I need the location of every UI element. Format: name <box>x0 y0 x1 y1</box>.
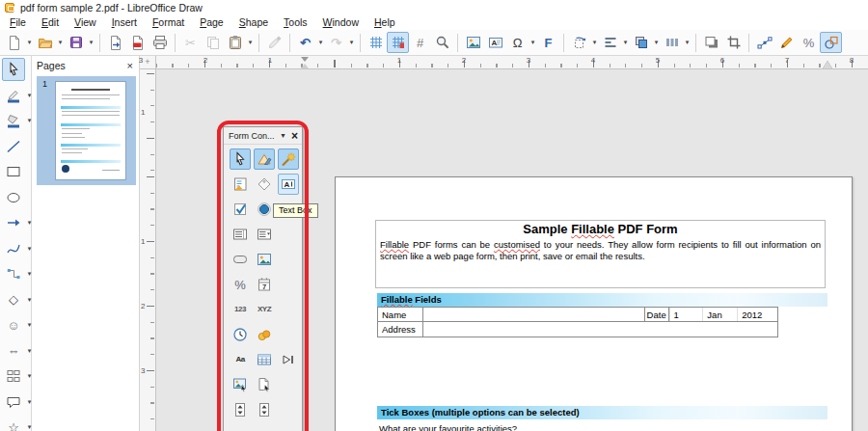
date-month-field[interactable]: Jan <box>702 308 737 321</box>
design-mode-button[interactable] <box>254 148 275 170</box>
connectors-button[interactable] <box>2 262 25 285</box>
horizontal-ruler[interactable]: 32112345678 <box>156 56 868 69</box>
ruler-indent-marker[interactable] <box>301 57 310 68</box>
arrange-button[interactable] <box>630 32 652 53</box>
undo-button[interactable]: ↶ <box>294 32 316 53</box>
open-button[interactable] <box>34 32 56 53</box>
save-dropdown-arrow[interactable]: ▾ <box>87 39 95 46</box>
cut-button[interactable]: ✂ <box>179 32 202 53</box>
push-button-button[interactable] <box>230 249 251 270</box>
clone-formatting-button[interactable] <box>263 32 285 53</box>
transformations-dropdown-arrow[interactable]: ▾ <box>590 39 599 46</box>
flowchart-button[interactable] <box>2 364 25 388</box>
numerical-field-button[interactable]: 123 <box>230 299 251 320</box>
distribute-selection-button[interactable] <box>661 32 683 53</box>
export-button[interactable] <box>104 32 126 53</box>
form-controls-close-icon[interactable]: × <box>291 131 298 141</box>
copy-button[interactable] <box>202 32 224 53</box>
open-dropdown-arrow[interactable]: ▾ <box>56 39 65 46</box>
undo-dropdown-arrow[interactable]: ▾ <box>316 39 325 46</box>
print-button[interactable] <box>149 32 171 53</box>
insert-fontwork-button[interactable]: F <box>537 32 559 53</box>
curves-and-polygons-button[interactable] <box>2 237 25 260</box>
date-year-field[interactable]: 2012 <box>737 308 777 321</box>
insert-special-character-button[interactable]: Ω <box>506 32 529 53</box>
shadow-button[interactable] <box>700 32 722 53</box>
export-as-pdf-button[interactable] <box>126 32 149 53</box>
vertical-ruler[interactable]: 11234 <box>140 69 156 431</box>
select-button[interactable] <box>2 58 25 81</box>
time-field-button[interactable] <box>230 324 251 345</box>
block-arrows-button[interactable]: ⇔ <box>2 339 25 363</box>
menu-help[interactable]: Help <box>366 15 403 30</box>
control-properties-button[interactable] <box>230 174 251 195</box>
redo-button[interactable]: ↷ <box>325 32 347 53</box>
toggle-form-control-wizards-button[interactable] <box>278 148 299 170</box>
form-controls-menu-icon[interactable]: ▼ <box>280 132 286 139</box>
image-button-button[interactable] <box>254 249 275 270</box>
new-document-button[interactable] <box>3 32 25 53</box>
navigation-bar-button[interactable] <box>278 349 299 370</box>
paste-button[interactable] <box>224 32 246 53</box>
helplines-while-moving-button[interactable]: # <box>409 32 431 53</box>
snap-to-grid-button[interactable] <box>387 32 409 53</box>
symbol-shapes-button[interactable]: ☺ <box>2 313 25 337</box>
line-color-button[interactable] <box>2 84 25 107</box>
insert-image-button[interactable] <box>462 32 484 53</box>
menu-tools[interactable]: Tools <box>276 15 315 30</box>
menu-file[interactable]: File <box>2 15 34 30</box>
combo-box-button[interactable] <box>254 224 275 245</box>
menu-page[interactable]: Page <box>192 15 231 30</box>
table-control-button[interactable] <box>254 349 275 370</box>
page-thumbnail[interactable]: 1 <box>37 76 136 185</box>
date-day-field[interactable]: 1 <box>669 308 703 321</box>
show-gluepoint-functions-button[interactable] <box>775 32 798 53</box>
new-document-dropdown-arrow[interactable]: ▾ <box>25 39 34 46</box>
transformations-button[interactable] <box>568 32 590 53</box>
insert-special-character-dropdown-arrow[interactable]: ▾ <box>529 39 537 46</box>
list-box-button[interactable] <box>230 224 251 245</box>
name-input[interactable] <box>423 308 645 321</box>
file-selection-button[interactable] <box>254 374 275 395</box>
insert-line-button[interactable] <box>2 135 25 158</box>
distribute-selection-dropdown-arrow[interactable]: ▾ <box>683 39 692 46</box>
scrollbar-button[interactable] <box>254 399 275 420</box>
show-draw-functions-button[interactable] <box>820 32 842 53</box>
callouts-button[interactable] <box>2 391 25 414</box>
spin-button-button[interactable] <box>230 399 251 420</box>
display-grid-button[interactable] <box>365 32 387 53</box>
align-objects-button[interactable] <box>599 32 621 53</box>
option-button-button[interactable] <box>254 199 275 220</box>
edit-points-button[interactable] <box>753 32 775 53</box>
redo-dropdown-arrow[interactable]: ▾ <box>347 39 356 46</box>
toggle-extrusion-button[interactable]: % <box>798 32 820 53</box>
arrange-dropdown-arrow[interactable]: ▾ <box>652 39 661 46</box>
date-field-button[interactable] <box>254 274 275 295</box>
menu-view[interactable]: View <box>67 15 104 30</box>
menu-insert[interactable]: Insert <box>104 15 145 30</box>
check-box-button[interactable] <box>230 199 251 220</box>
insert-text-box-button[interactable] <box>484 32 506 53</box>
stars-and-banners-button[interactable]: ☆ <box>2 416 25 431</box>
paste-dropdown-arrow[interactable]: ▾ <box>246 39 255 46</box>
menu-format[interactable]: Format <box>145 15 192 30</box>
ruler-margin-marker[interactable] <box>823 61 832 68</box>
label-field-button[interactable] <box>254 174 275 195</box>
pages-panel-close-icon[interactable]: × <box>127 61 133 70</box>
lines-and-arrows-button[interactable] <box>2 211 25 234</box>
rectangle-button[interactable] <box>2 160 25 183</box>
document-page[interactable]: Sample Fillable PDF Form Fillable PDF fo… <box>335 176 853 431</box>
pattern-field-button[interactable]: XYZ <box>254 299 275 320</box>
basic-shapes-button[interactable]: ◇ <box>2 288 25 311</box>
align-objects-dropdown-arrow[interactable]: ▾ <box>621 39 630 46</box>
text-box-button[interactable] <box>278 174 299 195</box>
menu-shape[interactable]: Shape <box>231 15 276 30</box>
menu-window[interactable]: Window <box>315 15 366 30</box>
crop-image-button[interactable] <box>722 32 745 53</box>
menu-edit[interactable]: Edit <box>34 15 67 30</box>
formatted-field-button[interactable]: % <box>230 274 251 295</box>
currency-field-button[interactable] <box>254 324 275 345</box>
ellipse-button[interactable] <box>2 186 25 209</box>
form-controls-titlebar[interactable]: Form Con... ▼ × <box>224 127 302 145</box>
select-button[interactable] <box>230 148 251 170</box>
